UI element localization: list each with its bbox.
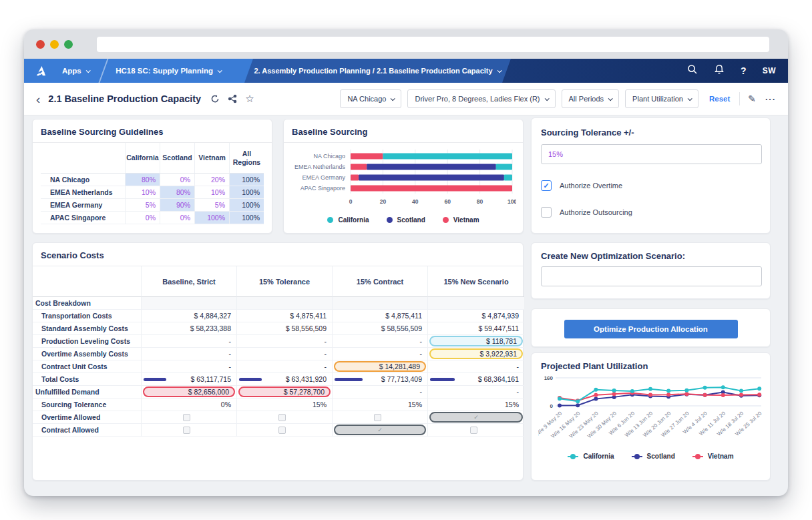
scenario-cell[interactable]: - — [332, 386, 427, 399]
create-scenario-input[interactable] — [541, 266, 762, 286]
scenario-cell[interactable]: 15% — [332, 399, 427, 411]
traffic-light-green[interactable] — [64, 40, 73, 49]
guidelines-cell[interactable]: 10% — [125, 186, 160, 199]
checked-pill[interactable]: ✓ — [429, 412, 523, 423]
table-checkbox[interactable] — [278, 414, 286, 421]
anaplan-logo-icon[interactable] — [35, 65, 47, 77]
scenario-cell[interactable]: $ 59,447,511 — [427, 322, 524, 335]
svg-text:80: 80 — [477, 198, 483, 205]
nav-apps[interactable]: Apps — [62, 67, 89, 75]
guidelines-cell[interactable]: 10% — [194, 186, 229, 199]
scenario-cell[interactable]: - — [141, 335, 236, 348]
guidelines-cell[interactable]: 5% — [194, 199, 229, 212]
scenario-cell[interactable]: $ 57,278,700 — [236, 386, 332, 399]
plant-utilization-chart: 1600W/e 9 May 20W/e 16 May 20W/e 23 May … — [532, 372, 770, 451]
scenario-cell[interactable] — [141, 297, 236, 310]
notifications-bell-icon[interactable] — [714, 64, 725, 77]
search-icon[interactable] — [687, 64, 698, 77]
share-icon[interactable] — [228, 94, 237, 103]
address-bar[interactable] — [97, 37, 769, 52]
region-filter-dropdown[interactable]: NA Chicago — [340, 89, 401, 108]
scenario-cell[interactable]: - — [141, 360, 236, 373]
guidelines-cell[interactable]: 80% — [125, 174, 160, 186]
guidelines-cell[interactable]: 100% — [194, 212, 229, 224]
table-checkbox[interactable] — [278, 427, 286, 434]
help-icon[interactable]: ? — [741, 65, 747, 76]
period-filter-dropdown[interactable]: All Periods — [562, 89, 620, 108]
scenario-cell[interactable]: ✓ — [332, 424, 427, 437]
nav-model[interactable]: HC18 SC: Supply Planning — [116, 67, 221, 75]
scenario-cell[interactable]: - — [332, 348, 427, 360]
reset-button[interactable]: Reset — [709, 95, 730, 103]
scenario-cell[interactable]: 15% — [427, 399, 524, 411]
traffic-light-yellow[interactable] — [50, 40, 59, 49]
scenario-cell[interactable]: - — [427, 386, 524, 399]
scenario-column-header: 15% Tolerance — [236, 266, 332, 297]
more-options-icon[interactable]: ··· — [765, 94, 776, 104]
guidelines-cell[interactable]: 90% — [160, 199, 194, 212]
guidelines-cell[interactable]: 100% — [229, 199, 264, 212]
scenario-cell[interactable]: - — [141, 348, 236, 360]
scenario-cell[interactable]: - — [236, 348, 332, 360]
scenario-cell[interactable]: $ 68,364,161 — [427, 373, 524, 386]
guidelines-cell[interactable]: 100% — [229, 174, 264, 186]
authorize-overtime-checkbox[interactable]: ✓ — [541, 180, 552, 191]
scenario-cell[interactable]: 15% — [236, 399, 332, 411]
scenario-cell[interactable]: $ 4,875,411 — [332, 310, 427, 322]
scenario-cell[interactable]: $ 58,556,509 — [236, 322, 332, 335]
scenario-cell[interactable]: - — [427, 360, 524, 373]
scenario-cell[interactable] — [427, 424, 524, 437]
scenario-cell[interactable]: ✓ — [427, 411, 524, 424]
table-checkbox[interactable] — [183, 427, 190, 434]
table-checkbox[interactable] — [183, 414, 190, 421]
scenario-cell[interactable]: $ 63,117,715 — [141, 373, 236, 386]
scenario-cell[interactable]: $ 4,884,327 — [141, 310, 236, 322]
scenario-cell[interactable]: $ 77,713,409 — [332, 373, 427, 386]
favorite-star-icon[interactable]: ☆ — [245, 93, 254, 105]
scenario-cell[interactable]: $ 14,281,489 — [332, 360, 427, 373]
scenario-cell[interactable] — [141, 424, 236, 437]
refresh-icon[interactable] — [210, 94, 220, 103]
scenario-cell[interactable]: $ 4,875,411 — [236, 310, 332, 322]
scenario-cell[interactable] — [236, 424, 332, 437]
scenario-cell[interactable] — [141, 411, 236, 424]
scenario-cell[interactable]: $ 3,922,931 — [427, 348, 524, 360]
table-checkbox[interactable] — [374, 414, 381, 421]
scenario-cell[interactable] — [332, 411, 427, 424]
authorize-outsourcing-checkbox[interactable]: ✓ — [541, 207, 552, 218]
view-filter-dropdown[interactable]: Plant Utilization — [625, 89, 698, 108]
scenario-cell[interactable]: $ 58,233,388 — [141, 322, 236, 335]
checked-pill[interactable]: ✓ — [334, 425, 426, 435]
scenario-cell[interactable]: $ 118,781 — [427, 335, 524, 348]
guidelines-cell[interactable]: 80% — [160, 186, 194, 199]
highlight-pill-cyan: $ 118,781 — [429, 336, 523, 346]
scenario-cell[interactable] — [236, 411, 332, 424]
scenario-cell[interactable]: - — [236, 335, 332, 348]
scenario-cell[interactable] — [332, 297, 427, 310]
table-checkbox[interactable] — [470, 427, 477, 434]
scenario-cell[interactable]: $ 4,874,939 — [427, 310, 524, 322]
sourcing-tolerance-input[interactable] — [541, 144, 762, 164]
guidelines-cell[interactable]: 0% — [160, 212, 194, 224]
back-chevron-icon[interactable]: ‹ — [36, 93, 40, 105]
traffic-light-red[interactable] — [36, 40, 45, 49]
optimize-production-allocation-button[interactable]: Optimize Production Allocation — [564, 320, 738, 338]
user-avatar[interactable]: SW — [763, 66, 776, 75]
guidelines-cell[interactable]: 100% — [229, 186, 264, 199]
scenario-cell[interactable]: $ 63,431,920 — [236, 373, 332, 386]
edit-pencil-icon[interactable]: ✎ — [748, 93, 756, 104]
scenario-cell[interactable]: $ 58,556,509 — [332, 322, 427, 335]
guidelines-cell[interactable]: 0% — [160, 174, 194, 186]
scenario-cell[interactable] — [427, 297, 524, 310]
guidelines-cell[interactable]: 5% — [125, 199, 160, 212]
guidelines-cell[interactable]: 0% — [125, 212, 160, 224]
breadcrumb-tab[interactable]: 2. Assembly Production Planning / 2.1 Ba… — [244, 59, 511, 83]
scenario-cell[interactable]: - — [236, 360, 332, 373]
scenario-cell[interactable]: 0% — [141, 399, 236, 411]
scenario-cell[interactable] — [236, 297, 332, 310]
scenario-cell[interactable]: - — [332, 335, 427, 348]
scenario-cell[interactable]: $ 82,656,000 — [141, 386, 236, 399]
guidelines-cell[interactable]: 100% — [229, 212, 264, 224]
guidelines-cell[interactable]: 20% — [194, 174, 229, 186]
product-filter-dropdown[interactable]: Driver Pro, 8 Degrees, Ladies Flex (R) — [407, 89, 555, 108]
